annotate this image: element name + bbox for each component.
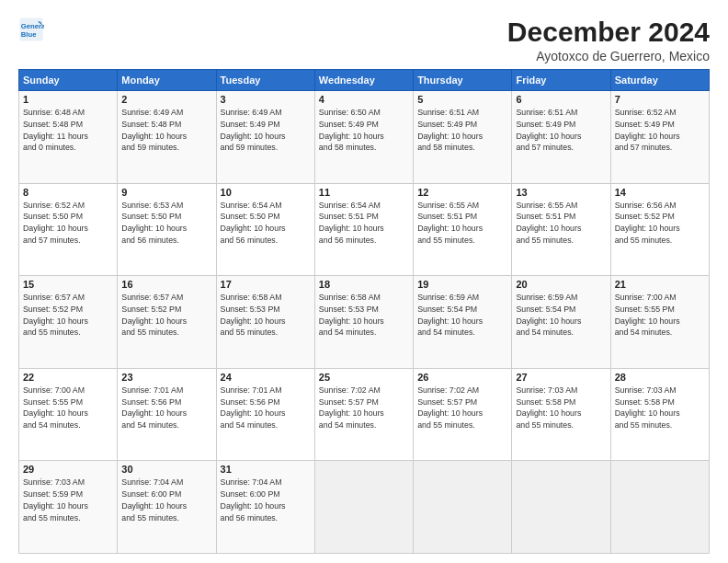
- day-number: 8: [23, 187, 113, 198]
- day-info: Sunrise: 7:03 AM Sunset: 5:58 PM Dayligh…: [516, 385, 606, 431]
- day-number: 21: [615, 279, 705, 290]
- day-info: Sunrise: 6:49 AM Sunset: 5:48 PM Dayligh…: [121, 107, 211, 154]
- day-info: Sunrise: 6:57 AM Sunset: 5:52 PM Dayligh…: [121, 292, 211, 339]
- table-row: 21Sunrise: 7:00 AM Sunset: 5:55 PM Dayli…: [610, 276, 709, 369]
- page: General Blue December 2024 Ayotoxco de G…: [0, 0, 728, 563]
- day-number: 2: [121, 94, 211, 105]
- day-number: 13: [516, 187, 606, 198]
- day-number: 16: [121, 279, 211, 290]
- day-info: Sunrise: 6:51 AM Sunset: 5:49 PM Dayligh…: [516, 107, 606, 154]
- table-row: 3Sunrise: 6:49 AM Sunset: 5:49 PM Daylig…: [216, 91, 314, 184]
- day-number: 24: [221, 372, 311, 383]
- table-row: 15Sunrise: 6:57 AM Sunset: 5:52 PM Dayli…: [19, 276, 118, 369]
- day-info: Sunrise: 7:00 AM Sunset: 5:55 PM Dayligh…: [23, 385, 113, 431]
- day-number: 15: [23, 279, 113, 290]
- col-saturday: Saturday: [610, 70, 709, 91]
- day-info: Sunrise: 6:59 AM Sunset: 5:54 PM Dayligh…: [516, 292, 606, 339]
- day-info: Sunrise: 6:51 AM Sunset: 5:49 PM Dayligh…: [417, 107, 507, 154]
- table-row: 5Sunrise: 6:51 AM Sunset: 5:49 PM Daylig…: [414, 91, 512, 184]
- day-number: 4: [319, 94, 409, 105]
- table-row: 18Sunrise: 6:58 AM Sunset: 5:53 PM Dayli…: [314, 276, 413, 369]
- table-row: 30Sunrise: 7:04 AM Sunset: 6:00 PM Dayli…: [118, 461, 216, 554]
- day-number: 5: [417, 94, 507, 105]
- day-info: Sunrise: 6:55 AM Sunset: 5:51 PM Dayligh…: [516, 200, 606, 247]
- title-block: December 2024 Ayotoxco de Guerrero, Mexi…: [507, 17, 710, 63]
- table-row: 2Sunrise: 6:49 AM Sunset: 5:48 PM Daylig…: [118, 91, 216, 184]
- table-row: 27Sunrise: 7:03 AM Sunset: 5:58 PM Dayli…: [512, 368, 610, 461]
- table-row: 9Sunrise: 6:53 AM Sunset: 5:50 PM Daylig…: [118, 183, 216, 276]
- day-info: Sunrise: 7:00 AM Sunset: 5:55 PM Dayligh…: [615, 292, 705, 339]
- logo-icon: General Blue: [18, 17, 44, 42]
- subtitle: Ayotoxco de Guerrero, Mexico: [507, 49, 710, 63]
- day-number: 30: [121, 464, 211, 475]
- day-number: 27: [516, 372, 606, 383]
- table-row: 20Sunrise: 6:59 AM Sunset: 5:54 PM Dayli…: [512, 276, 610, 369]
- table-row: 25Sunrise: 7:02 AM Sunset: 5:57 PM Dayli…: [314, 368, 413, 461]
- day-number: 28: [615, 372, 705, 383]
- table-row: 17Sunrise: 6:58 AM Sunset: 5:53 PM Dayli…: [216, 276, 314, 369]
- table-row: [314, 461, 413, 554]
- day-info: Sunrise: 6:57 AM Sunset: 5:52 PM Dayligh…: [23, 292, 113, 339]
- day-info: Sunrise: 6:56 AM Sunset: 5:52 PM Dayligh…: [615, 200, 705, 247]
- col-wednesday: Wednesday: [314, 70, 413, 91]
- table-row: 26Sunrise: 7:02 AM Sunset: 5:57 PM Dayli…: [414, 368, 512, 461]
- table-row: 31Sunrise: 7:04 AM Sunset: 6:00 PM Dayli…: [216, 461, 314, 554]
- day-info: Sunrise: 6:54 AM Sunset: 5:50 PM Dayligh…: [221, 200, 311, 247]
- table-row: 22Sunrise: 7:00 AM Sunset: 5:55 PM Dayli…: [19, 368, 118, 461]
- day-info: Sunrise: 7:01 AM Sunset: 5:56 PM Dayligh…: [221, 385, 311, 431]
- table-row: 12Sunrise: 6:55 AM Sunset: 5:51 PM Dayli…: [414, 183, 512, 276]
- day-info: Sunrise: 6:53 AM Sunset: 5:50 PM Dayligh…: [121, 200, 211, 247]
- table-row: 6Sunrise: 6:51 AM Sunset: 5:49 PM Daylig…: [512, 91, 610, 184]
- header: General Blue December 2024 Ayotoxco de G…: [18, 17, 710, 63]
- day-info: Sunrise: 7:03 AM Sunset: 5:58 PM Dayligh…: [615, 385, 705, 431]
- day-number: 12: [417, 187, 507, 198]
- day-info: Sunrise: 7:03 AM Sunset: 5:59 PM Dayligh…: [23, 477, 113, 523]
- day-number: 22: [23, 372, 113, 383]
- svg-text:Blue: Blue: [21, 30, 37, 39]
- day-number: 26: [417, 372, 507, 383]
- day-info: Sunrise: 6:58 AM Sunset: 5:53 PM Dayligh…: [221, 292, 311, 339]
- table-row: 13Sunrise: 6:55 AM Sunset: 5:51 PM Dayli…: [512, 183, 610, 276]
- calendar-table: Sunday Monday Tuesday Wednesday Thursday…: [18, 69, 710, 554]
- day-number: 9: [121, 187, 211, 198]
- table-row: 8Sunrise: 6:52 AM Sunset: 5:50 PM Daylig…: [19, 183, 118, 276]
- table-row: 24Sunrise: 7:01 AM Sunset: 5:56 PM Dayli…: [216, 368, 314, 461]
- day-info: Sunrise: 7:02 AM Sunset: 5:57 PM Dayligh…: [319, 385, 409, 431]
- table-row: [512, 461, 610, 554]
- table-row: 4Sunrise: 6:50 AM Sunset: 5:49 PM Daylig…: [314, 91, 413, 184]
- day-info: Sunrise: 7:04 AM Sunset: 6:00 PM Dayligh…: [121, 477, 211, 523]
- calendar-header-row: Sunday Monday Tuesday Wednesday Thursday…: [19, 70, 710, 91]
- table-row: 7Sunrise: 6:52 AM Sunset: 5:49 PM Daylig…: [610, 91, 709, 184]
- table-row: 28Sunrise: 7:03 AM Sunset: 5:58 PM Dayli…: [610, 368, 709, 461]
- table-row: 10Sunrise: 6:54 AM Sunset: 5:50 PM Dayli…: [216, 183, 314, 276]
- day-info: Sunrise: 6:54 AM Sunset: 5:51 PM Dayligh…: [319, 200, 409, 247]
- day-number: 23: [121, 372, 211, 383]
- day-info: Sunrise: 6:50 AM Sunset: 5:49 PM Dayligh…: [319, 107, 409, 154]
- day-info: Sunrise: 6:59 AM Sunset: 5:54 PM Dayligh…: [417, 292, 507, 339]
- day-info: Sunrise: 6:52 AM Sunset: 5:49 PM Dayligh…: [615, 107, 705, 154]
- day-number: 17: [221, 279, 311, 290]
- col-monday: Monday: [118, 70, 216, 91]
- day-info: Sunrise: 6:49 AM Sunset: 5:49 PM Dayligh…: [221, 107, 311, 154]
- day-info: Sunrise: 6:48 AM Sunset: 5:48 PM Dayligh…: [23, 107, 113, 154]
- logo: General Blue: [18, 17, 44, 42]
- table-row: 16Sunrise: 6:57 AM Sunset: 5:52 PM Dayli…: [118, 276, 216, 369]
- day-info: Sunrise: 7:01 AM Sunset: 5:56 PM Dayligh…: [121, 385, 211, 431]
- table-row: 1Sunrise: 6:48 AM Sunset: 5:48 PM Daylig…: [19, 91, 118, 184]
- day-number: 11: [319, 187, 409, 198]
- day-number: 20: [516, 279, 606, 290]
- col-friday: Friday: [512, 70, 610, 91]
- day-number: 3: [221, 94, 311, 105]
- day-info: Sunrise: 6:55 AM Sunset: 5:51 PM Dayligh…: [417, 200, 507, 247]
- table-row: 14Sunrise: 6:56 AM Sunset: 5:52 PM Dayli…: [610, 183, 709, 276]
- day-number: 29: [23, 464, 113, 475]
- day-number: 7: [615, 94, 705, 105]
- day-number: 25: [319, 372, 409, 383]
- day-info: Sunrise: 6:52 AM Sunset: 5:50 PM Dayligh…: [23, 200, 113, 247]
- col-tuesday: Tuesday: [216, 70, 314, 91]
- col-sunday: Sunday: [19, 70, 118, 91]
- table-row: [414, 461, 512, 554]
- table-row: [610, 461, 709, 554]
- day-number: 1: [23, 94, 113, 105]
- day-info: Sunrise: 7:04 AM Sunset: 6:00 PM Dayligh…: [221, 477, 311, 523]
